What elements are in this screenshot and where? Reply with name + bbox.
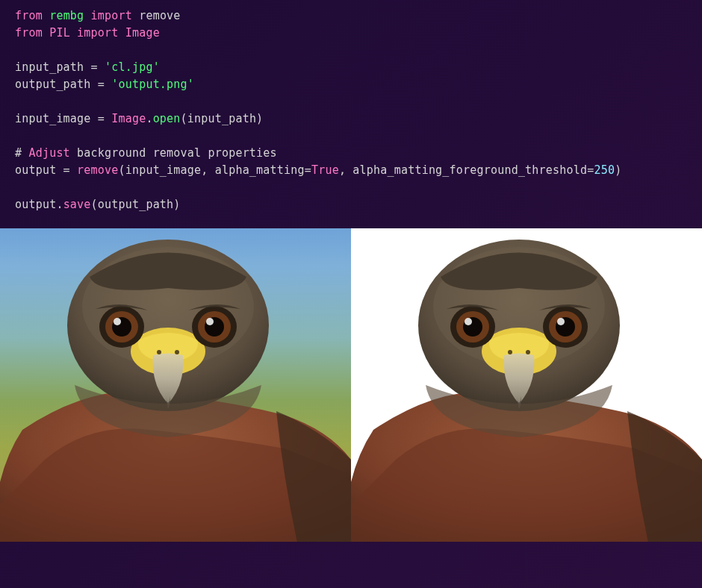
code-line: output_path = 'output.png' (15, 78, 194, 91)
svg-point-8 (114, 318, 121, 325)
code-line: from rembg import remove (15, 9, 181, 22)
svg-point-17 (526, 350, 530, 354)
svg-point-3 (157, 350, 161, 354)
input-image (0, 228, 351, 542)
images-container (0, 228, 702, 542)
code-line-comment: # Adjust background removal properties (15, 146, 277, 160)
code-line: output = remove(input_image, alpha_matti… (15, 163, 621, 177)
code-line: output.save(output_path) (15, 198, 181, 211)
svg-point-12 (206, 318, 214, 325)
code-line: input_image = Image.open(input_path) (15, 112, 263, 125)
code-line: input_path = 'cl.jpg' (15, 60, 160, 74)
svg-point-4 (175, 350, 179, 354)
svg-point-21 (465, 318, 472, 325)
code-line: from PIL import Image (15, 26, 160, 40)
svg-point-16 (508, 350, 512, 354)
code-block: from rembg import remove from PIL import… (0, 0, 702, 228)
output-image (351, 228, 702, 542)
bird-graphic (0, 236, 351, 542)
bird-graphic-no-bg (351, 236, 702, 542)
svg-point-25 (557, 318, 565, 325)
